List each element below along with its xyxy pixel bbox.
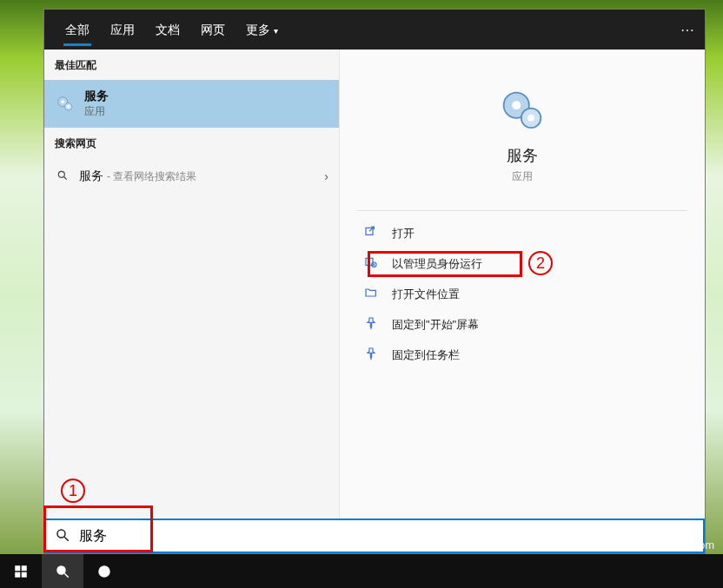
baidu-watermark: Baidu 经验 bbox=[545, 527, 627, 548]
section-search-web: 搜索网页 bbox=[44, 128, 339, 158]
svg-rect-17 bbox=[22, 565, 27, 571]
action-pin-to-taskbar[interactable]: 固定到任务栏 bbox=[357, 340, 687, 370]
admin-icon bbox=[362, 255, 380, 272]
section-best-match: 最佳匹配 bbox=[44, 50, 339, 80]
search-icon bbox=[55, 527, 70, 545]
svg-rect-19 bbox=[22, 571, 27, 577]
svg-rect-16 bbox=[15, 565, 20, 571]
action-open[interactable]: 打开 bbox=[357, 218, 687, 248]
windows-search-panel: 全部 应用 文档 网页 更多▾ ⋯ 最佳匹配 服务 应用 bbox=[43, 9, 706, 554]
result-subtitle: 应用 bbox=[84, 104, 109, 119]
web-term: 服务 bbox=[79, 168, 103, 184]
result-services-app[interactable]: 服务 应用 bbox=[44, 80, 339, 128]
gear-icon bbox=[55, 94, 76, 115]
gear-icon bbox=[499, 88, 546, 135]
action-label: 打开文件位置 bbox=[392, 287, 460, 302]
web-search-result[interactable]: 服务 - 查看网络搜索结果 › bbox=[44, 158, 339, 195]
action-label: 固定到"开始"屏幕 bbox=[392, 317, 479, 333]
svg-point-14 bbox=[57, 530, 65, 538]
detail-column: 服务 应用 打开 以管理员身份运行 bbox=[340, 50, 705, 519]
svg-line-6 bbox=[64, 176, 67, 179]
tab-docs[interactable]: 文档 bbox=[145, 10, 190, 50]
search-scope-tabs: 全部 应用 文档 网页 更多▾ ⋯ bbox=[44, 10, 705, 50]
svg-point-4 bbox=[67, 105, 70, 108]
action-label: 打开 bbox=[392, 226, 415, 241]
results-column: 最佳匹配 服务 应用 搜索网页 服务 - 查看网络搜索结果 › bbox=[44, 50, 340, 519]
pin-icon bbox=[362, 347, 380, 363]
result-title: 服务 bbox=[84, 89, 109, 104]
svg-point-20 bbox=[57, 566, 65, 574]
web-desc: - 查看网络搜索结果 bbox=[107, 169, 196, 184]
folder-icon bbox=[362, 286, 380, 302]
svg-point-10 bbox=[527, 115, 534, 122]
start-button[interactable] bbox=[0, 554, 42, 588]
chevron-down-icon: ▾ bbox=[274, 26, 278, 36]
more-options-icon[interactable]: ⋯ bbox=[680, 22, 694, 38]
action-run-as-admin[interactable]: 以管理员身份运行 bbox=[357, 248, 687, 279]
action-label: 以管理员身份运行 bbox=[392, 256, 482, 272]
cortana-button[interactable] bbox=[83, 554, 125, 588]
detail-title: 服务 bbox=[357, 145, 687, 166]
svg-point-8 bbox=[512, 101, 521, 109]
tab-apps[interactable]: 应用 bbox=[100, 10, 145, 50]
svg-line-15 bbox=[64, 537, 69, 541]
action-pin-to-start[interactable]: 固定到"开始"屏幕 bbox=[357, 309, 687, 340]
svg-rect-18 bbox=[15, 571, 20, 577]
taskbar-search-button[interactable] bbox=[42, 554, 83, 588]
tab-all[interactable]: 全部 bbox=[55, 10, 100, 50]
tab-more[interactable]: 更多▾ bbox=[235, 10, 289, 50]
detail-subtitle: 应用 bbox=[357, 169, 687, 184]
chevron-right-icon: › bbox=[324, 169, 328, 183]
svg-point-5 bbox=[58, 171, 64, 177]
action-label: 固定到任务栏 bbox=[392, 347, 460, 363]
tab-web[interactable]: 网页 bbox=[190, 10, 235, 50]
pin-icon bbox=[362, 316, 380, 333]
svg-line-21 bbox=[64, 573, 69, 578]
watermark: jingyan.baidu.com bbox=[623, 538, 714, 552]
taskbar bbox=[0, 554, 723, 588]
svg-point-22 bbox=[99, 566, 109, 577]
svg-point-2 bbox=[61, 100, 64, 103]
action-open-file-location[interactable]: 打开文件位置 bbox=[357, 279, 687, 309]
search-icon bbox=[55, 169, 70, 184]
open-icon bbox=[362, 225, 380, 241]
